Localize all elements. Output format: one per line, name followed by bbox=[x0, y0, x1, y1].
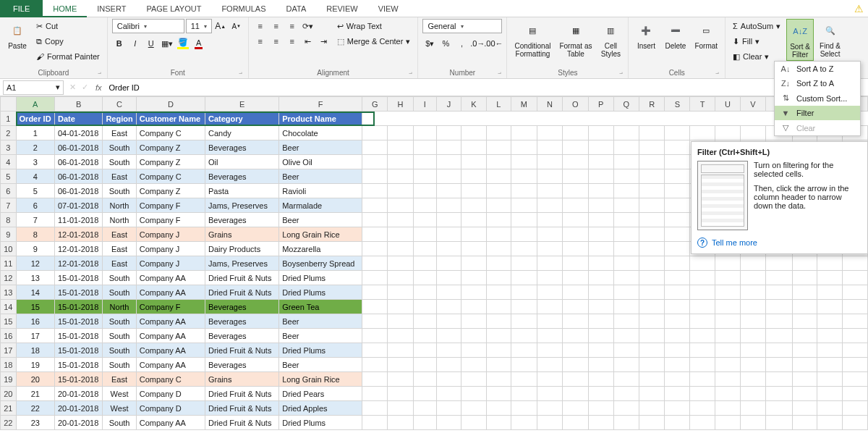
tab-home[interactable]: HOME bbox=[43, 0, 87, 17]
cell[interactable] bbox=[817, 285, 843, 300]
cell[interactable] bbox=[461, 329, 486, 343]
cell[interactable] bbox=[639, 242, 665, 256]
cell[interactable] bbox=[639, 126, 665, 140]
cell[interactable] bbox=[690, 372, 715, 387]
cell[interactable]: 21 bbox=[16, 387, 54, 401]
cell[interactable]: Beer bbox=[279, 329, 362, 343]
cell[interactable] bbox=[362, 401, 388, 416]
cell[interactable]: 9 bbox=[16, 242, 54, 256]
increase-indent-button[interactable]: ⇥ bbox=[317, 34, 331, 49]
cell[interactable]: 15-01-2018 bbox=[54, 343, 102, 358]
row-header[interactable]: 13 bbox=[1, 285, 17, 300]
cell[interactable] bbox=[486, 329, 511, 343]
cell[interactable] bbox=[715, 271, 740, 285]
cell[interactable] bbox=[613, 329, 639, 343]
cell[interactable]: 15 bbox=[16, 300, 54, 314]
cell[interactable] bbox=[537, 300, 562, 314]
sort-az-item[interactable]: A↓Sort A to Z bbox=[775, 62, 860, 76]
cell[interactable] bbox=[388, 242, 413, 256]
cell[interactable] bbox=[843, 372, 868, 387]
cell[interactable] bbox=[613, 285, 639, 300]
cell[interactable] bbox=[715, 401, 740, 416]
cell[interactable] bbox=[486, 271, 511, 285]
cell[interactable]: Category bbox=[205, 112, 279, 126]
tab-file[interactable]: FILE bbox=[0, 0, 43, 17]
cell[interactable] bbox=[639, 358, 665, 372]
cell[interactable]: South bbox=[103, 329, 136, 343]
cell[interactable] bbox=[588, 285, 613, 300]
cell[interactable] bbox=[817, 401, 843, 416]
cell[interactable] bbox=[511, 387, 537, 401]
cell[interactable] bbox=[486, 358, 511, 372]
cell[interactable] bbox=[665, 285, 690, 300]
cell[interactable] bbox=[588, 416, 613, 430]
cell[interactable] bbox=[665, 372, 690, 387]
enter-formula-button[interactable]: ✓ bbox=[79, 83, 91, 92]
cell[interactable] bbox=[461, 285, 486, 300]
cell[interactable]: 19 bbox=[16, 358, 54, 372]
cell[interactable]: Pasta bbox=[205, 184, 279, 198]
find-select-button[interactable]: 🔍Find & Select bbox=[817, 19, 843, 59]
cell[interactable] bbox=[715, 416, 740, 430]
cell[interactable] bbox=[613, 387, 639, 401]
cell[interactable] bbox=[388, 155, 413, 169]
cell[interactable] bbox=[665, 198, 690, 213]
cell[interactable] bbox=[437, 184, 461, 198]
cell[interactable]: 06-01-2018 bbox=[54, 155, 102, 169]
cell[interactable]: Beverages bbox=[205, 140, 279, 155]
cell[interactable] bbox=[792, 271, 817, 285]
cell[interactable] bbox=[665, 387, 690, 401]
cell[interactable] bbox=[413, 198, 436, 213]
cell[interactable] bbox=[741, 126, 766, 140]
row-header[interactable]: 9 bbox=[1, 227, 17, 242]
cell[interactable] bbox=[613, 271, 639, 285]
row-header[interactable]: 2 bbox=[1, 126, 17, 140]
cell[interactable] bbox=[792, 300, 817, 314]
cell[interactable] bbox=[537, 140, 562, 155]
cell[interactable]: Beverages bbox=[205, 314, 279, 329]
cell[interactable]: Chocolate bbox=[279, 126, 362, 140]
cell[interactable]: Dried Plums bbox=[279, 285, 362, 300]
cell[interactable]: Company Z bbox=[136, 155, 205, 169]
cell[interactable] bbox=[388, 314, 413, 329]
cell[interactable]: Company D bbox=[136, 401, 205, 416]
cell[interactable] bbox=[817, 358, 843, 372]
cell[interactable] bbox=[537, 242, 562, 256]
cell[interactable] bbox=[690, 416, 715, 430]
cell[interactable] bbox=[437, 343, 461, 358]
cell[interactable] bbox=[511, 416, 537, 430]
cell[interactable]: 18 bbox=[16, 343, 54, 358]
cell[interactable]: Olive Oil bbox=[279, 155, 362, 169]
accounting-button[interactable]: $▾ bbox=[422, 36, 437, 51]
cell[interactable]: East bbox=[103, 169, 136, 184]
cell[interactable] bbox=[511, 358, 537, 372]
cell[interactable] bbox=[437, 314, 461, 329]
cell[interactable] bbox=[665, 213, 690, 227]
cell[interactable] bbox=[843, 329, 868, 343]
comma-button[interactable]: , bbox=[454, 36, 469, 51]
cell[interactable]: Grains bbox=[205, 227, 279, 242]
cell[interactable]: Dried Apples bbox=[279, 401, 362, 416]
cell[interactable]: Marmalade bbox=[279, 198, 362, 213]
cell[interactable] bbox=[843, 256, 868, 271]
row-header[interactable]: 10 bbox=[1, 242, 17, 256]
cell[interactable] bbox=[613, 213, 639, 227]
cell[interactable] bbox=[563, 126, 589, 140]
cell[interactable] bbox=[486, 416, 511, 430]
tab-data[interactable]: DATA bbox=[276, 0, 317, 17]
cell[interactable]: 11-01-2018 bbox=[54, 213, 102, 227]
cell[interactable] bbox=[765, 343, 792, 358]
cell[interactable] bbox=[486, 372, 511, 387]
cell[interactable]: Company Z bbox=[136, 140, 205, 155]
cell[interactable]: Green Tea bbox=[279, 300, 362, 314]
cell[interactable] bbox=[690, 256, 715, 271]
row-header[interactable]: 21 bbox=[1, 401, 17, 416]
row-header[interactable]: 7 bbox=[1, 198, 17, 213]
cell[interactable] bbox=[588, 329, 613, 343]
cell[interactable]: Dried Plums bbox=[279, 271, 362, 285]
cell[interactable] bbox=[413, 242, 436, 256]
cell[interactable] bbox=[639, 416, 665, 430]
cell[interactable] bbox=[665, 329, 690, 343]
cell[interactable]: Order ID bbox=[16, 112, 54, 126]
cell[interactable] bbox=[741, 271, 766, 285]
